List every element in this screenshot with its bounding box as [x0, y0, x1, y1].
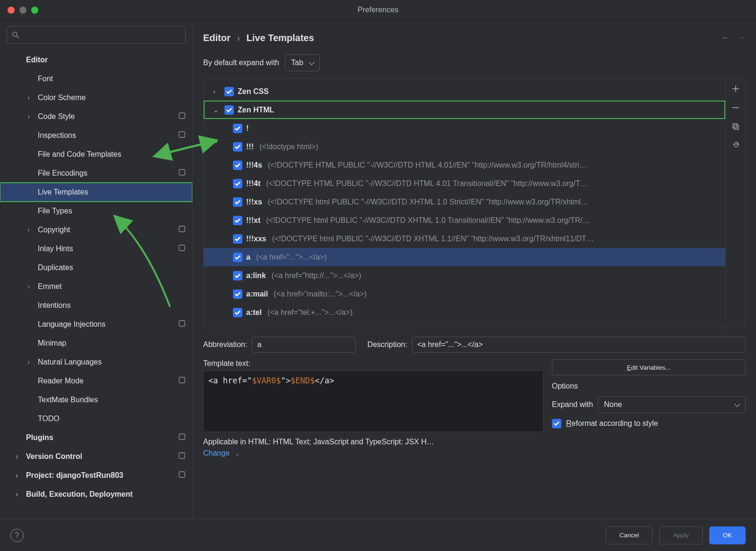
template-checkbox[interactable]	[233, 124, 242, 133]
remove-template-button[interactable]	[729, 101, 742, 114]
sidebar-item-label: File and Code Templates	[38, 150, 121, 159]
expand-select[interactable]: Tab	[285, 54, 320, 71]
search-icon	[12, 31, 19, 39]
restore-template-button[interactable]	[729, 139, 742, 152]
nav-back-icon[interactable]: ←	[722, 34, 730, 42]
svg-rect-6	[179, 321, 185, 326]
scope-icon	[178, 112, 186, 121]
template-item[interactable]: !!!xs (<!DOCTYPE html PUBLIC "-//W3C//DT…	[204, 193, 725, 211]
sidebar-item-inspections[interactable]: Inspections	[0, 126, 192, 145]
template-item[interactable]: !!!xxs (<!DOCTYPE html PUBLIC "-//W3C//D…	[204, 229, 725, 248]
sidebar-item-label: File Encodings	[38, 169, 87, 178]
sidebar-item-label: Natural Languages	[38, 358, 102, 366]
template-desc: (<!DOCTYPE HTML PUBLIC "-//W3C//DTD HTML…	[266, 179, 587, 188]
template-text-area[interactable]: <a href="$VAR0$">$END$</a>	[203, 371, 543, 432]
applicable-text: Applicable in HTML: HTML Text; JavaScrip…	[203, 438, 543, 446]
sidebar-item-editor[interactable]: Editor	[0, 51, 192, 69]
change-link[interactable]: Change ⌄	[203, 449, 543, 458]
sidebar-item-file-encodings[interactable]: File Encodings	[0, 164, 192, 183]
template-name: a:link	[246, 271, 266, 280]
template-group-zen-html[interactable]: ⌄Zen HTML	[204, 101, 725, 119]
template-checkbox[interactable]	[233, 253, 242, 262]
sidebar-item-intentions[interactable]: Intentions	[0, 296, 192, 315]
svg-rect-4	[179, 226, 185, 232]
sidebar-item-emmet[interactable]: ›Emmet	[0, 277, 192, 296]
search-input[interactable]	[7, 26, 186, 44]
sidebar-item-minimap[interactable]: Minimap	[0, 334, 192, 353]
sidebar-item-label: TODO	[38, 415, 60, 423]
template-name: !!!xs	[246, 198, 262, 206]
template-checkbox[interactable]	[233, 142, 242, 152]
cancel-button[interactable]: Cancel	[606, 526, 653, 544]
sidebar-item-color-scheme[interactable]: ›Color Scheme	[0, 88, 192, 107]
template-item[interactable]: !!!xt (<!DOCTYPE html PUBLIC "-//W3C//DT…	[204, 211, 725, 229]
ok-button[interactable]: OK	[709, 526, 746, 544]
group-checkbox[interactable]	[224, 105, 234, 115]
template-item[interactable]: !!!4t (<!DOCTYPE HTML PUBLIC "-//W3C//DT…	[204, 174, 725, 193]
reformat-checkbox[interactable]	[552, 419, 561, 428]
help-button[interactable]: ?	[10, 529, 24, 542]
nav-forward-icon[interactable]: →	[738, 34, 746, 42]
template-checkbox[interactable]	[233, 289, 242, 299]
sidebar-item-reader-mode[interactable]: Reader Mode	[0, 372, 192, 390]
sidebar-item-version-control[interactable]: ›Version Control	[0, 447, 192, 466]
settings-tree: EditorFont›Color Scheme›Code StyleInspec…	[0, 51, 192, 519]
edit-variables-button[interactable]: EEdit Variables...dit Variables...	[552, 359, 746, 375]
group-name: Zen HTML	[238, 106, 274, 114]
sidebar-item-file-and-code-templates[interactable]: File and Code Templates	[0, 145, 192, 164]
sidebar-item-copyright[interactable]: ›Copyright	[0, 220, 192, 239]
sidebar-item-live-templates[interactable]: Live Templates	[0, 183, 192, 202]
sidebar-item-file-types[interactable]: File Types	[0, 202, 192, 220]
template-name: a	[246, 253, 250, 262]
sidebar-item-label: Version Control	[26, 452, 82, 461]
template-item[interactable]: !	[204, 119, 725, 137]
template-group-zen-css[interactable]: ›Zen CSS	[204, 82, 725, 101]
chevron-right-icon: ›	[27, 93, 37, 102]
template-item[interactable]: a (<a href="...">...</a>)	[204, 248, 725, 266]
breadcrumb-root: Editor	[203, 33, 231, 43]
template-toolbar	[725, 78, 745, 328]
sidebar-item-language-injections[interactable]: Language Injections	[0, 315, 192, 334]
sidebar-item-textmate-bundles[interactable]: TextMate Bundles	[0, 390, 192, 409]
sidebar-item-project-djangotestrun803[interactable]: ›Project: djangoTestRun803	[0, 466, 192, 485]
template-item[interactable]: !!!4s (<!DOCTYPE HTML PUBLIC "-//W3C//DT…	[204, 156, 725, 174]
scope-icon	[178, 244, 186, 254]
sidebar-item-plugins[interactable]: Plugins	[0, 428, 192, 447]
template-item[interactable]: a:mail (<a href="mailto:...">...</a>)	[204, 285, 725, 303]
template-checkbox[interactable]	[233, 216, 242, 225]
template-checkbox[interactable]	[233, 271, 242, 280]
sidebar-item-label: Build, Execution, Deployment	[26, 490, 133, 499]
apply-button[interactable]: Apply	[659, 526, 702, 544]
chevron-right-icon: ›	[27, 358, 37, 366]
template-item[interactable]: a:link (<a href="http://...">...</a>)	[204, 266, 725, 285]
svg-rect-9	[179, 453, 185, 458]
sidebar-item-natural-languages[interactable]: ›Natural Languages	[0, 353, 192, 372]
sidebar-item-build-execution-deployment[interactable]: ›Build, Execution, Deployment	[0, 485, 192, 504]
abbrev-input[interactable]	[252, 337, 356, 353]
expand-with-label: Expand with	[552, 400, 593, 409]
sidebar-item-duplicates[interactable]: Duplicates	[0, 258, 192, 277]
desc-input[interactable]	[412, 337, 746, 353]
template-item[interactable]: !!! (<!doctype html>)	[204, 137, 725, 156]
template-checkbox[interactable]	[233, 179, 242, 188]
template-name: a:tel	[246, 308, 262, 317]
breadcrumb: Editor › Live Templates	[203, 33, 314, 43]
sidebar-item-font[interactable]: Font	[0, 69, 192, 88]
sidebar-item-inlay-hints[interactable]: Inlay Hints	[0, 239, 192, 258]
template-checkbox[interactable]	[233, 161, 242, 170]
template-checkbox[interactable]	[233, 308, 242, 317]
sidebar-item-label: Color Scheme	[38, 93, 86, 102]
duplicate-template-button[interactable]	[729, 120, 742, 133]
group-checkbox[interactable]	[224, 87, 234, 96]
footer: ? Cancel Apply OK	[0, 519, 756, 551]
svg-rect-1	[179, 113, 185, 119]
template-checkbox[interactable]	[233, 197, 242, 207]
template-checkbox[interactable]	[233, 234, 242, 244]
chevron-right-icon: ›	[213, 88, 221, 95]
sidebar-item-code-style[interactable]: ›Code Style	[0, 107, 192, 126]
sidebar-item-label: File Types	[38, 207, 72, 215]
add-template-button[interactable]	[729, 82, 742, 95]
template-item[interactable]: a:tel (<a href="tel:+...">...</a>)	[204, 303, 725, 322]
expand-with-select[interactable]: None	[598, 396, 746, 413]
sidebar-item-todo[interactable]: TODO	[0, 409, 192, 428]
